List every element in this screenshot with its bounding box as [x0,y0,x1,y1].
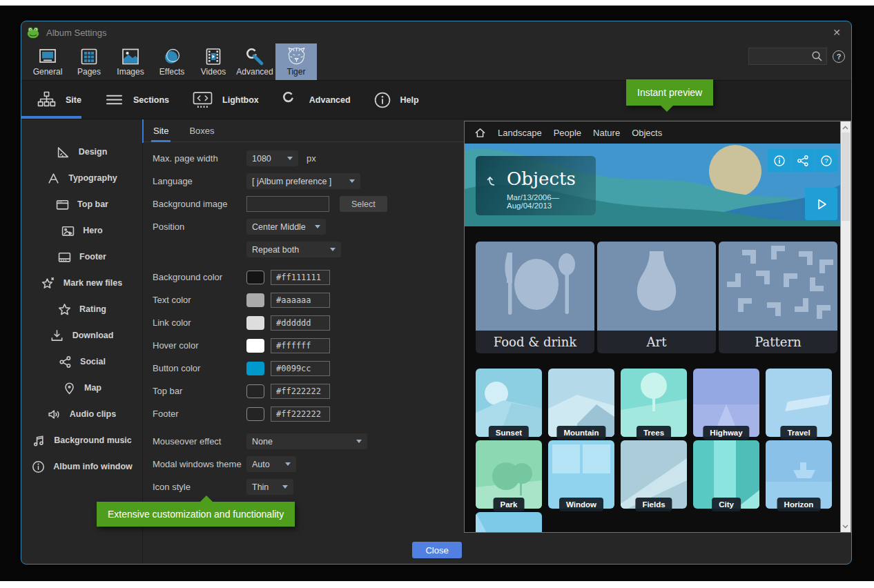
skin-nav-lightbox[interactable]: Lightbox [185,81,275,119]
unit-label: px [307,153,316,164]
thumbnail-travel[interactable]: Travel [766,369,832,437]
panel-tab-label: Boxes [189,126,214,136]
top-bar-value-input[interactable] [271,384,330,399]
panel-tab-boxes[interactable]: Boxes [189,119,214,141]
select-value: Auto [252,460,270,469]
home-icon[interactable] [474,128,486,138]
sidebar-item-mark-new-files[interactable]: Mark new files [21,270,142,296]
field-label: Modal windows theme [153,459,246,469]
scroll-down-icon[interactable] [841,521,850,531]
icon-style-select[interactable]: Thin [246,479,293,495]
footer-swatch[interactable] [246,407,264,421]
toolbar-tab-effects[interactable]: Effects [151,43,193,80]
scrollbar-thumb[interactable] [842,133,850,221]
thumbnail-moonlake[interactable] [476,512,542,532]
field-label: Background image [153,199,246,209]
slideshow-play-button[interactable] [805,188,837,220]
background-image-input[interactable] [246,196,329,212]
sidebar-item-audio-clips[interactable]: Audio clips [21,401,142,427]
toolbar-tab-tiger[interactable]: Tiger [275,43,317,80]
preview-nav-link[interactable]: Objects [632,128,662,138]
sidebar-item-design[interactable]: Design [21,139,142,165]
thumbnail-fields[interactable]: Fields [621,440,687,509]
search-input[interactable] [752,49,810,63]
close-window-button[interactable]: ✕ [833,27,841,38]
thumbnail-mountain[interactable]: Mountain [548,369,614,437]
thumbnail-highway[interactable]: Highway [693,369,759,437]
sidebar-item-album-info-window[interactable]: Album info window [21,453,142,480]
toolbar-tab-advanced[interactable]: Advanced [234,43,275,80]
thumbnail-horizon[interactable]: Horizon [766,440,832,509]
hover-color-swatch[interactable] [246,339,264,353]
preview-scrollbar[interactable] [840,121,851,532]
skin-nav-site[interactable]: Site [30,81,97,119]
preview-nav-link[interactable]: Nature [593,128,620,138]
top-bar-swatch[interactable] [246,384,264,398]
mouseover-effect-select[interactable]: None [246,433,367,449]
preview-hero: Objects Mar/13/2006—Aug/04/2013 ? [465,144,840,226]
text-color-value-input[interactable] [271,293,330,308]
sidebar-item-typography[interactable]: Typography [21,165,142,191]
modal-windows-theme-select[interactable]: Auto [246,456,296,472]
thumbnail-label: Horizon [777,498,821,511]
sidebar-item-top-bar[interactable]: Top bar [21,191,142,217]
toolbar-tab-images[interactable]: Images [110,43,151,80]
toolbar-tab-label: Images [117,67,144,77]
thumbnail-window[interactable]: Window [548,440,614,509]
hero-action-buttons: ? [768,149,837,172]
thumbnail-sunset[interactable]: Sunset [476,369,542,437]
search-icon[interactable] [811,50,823,62]
max-page-width-select[interactable]: 1080 [246,150,298,166]
background-color-value-input[interactable] [271,270,330,285]
scroll-up-icon[interactable] [841,122,850,133]
sidebar-item-footer[interactable]: Footer [21,244,142,270]
skin-nav-help[interactable]: Help [367,81,435,119]
link-color-value-input[interactable] [271,315,330,331]
position-select[interactable]: Center Middle [246,219,326,235]
advanced-icon [245,46,264,67]
sidebar-item-hero[interactable]: Hero [21,217,142,244]
share-icon[interactable] [791,149,814,172]
button-color-swatch[interactable] [246,362,264,375]
toolbar-tab-label: General [33,67,63,77]
folder-card-food-drink[interactable]: Food & drink [476,242,594,353]
close-dialog-button[interactable]: Close [412,542,462,558]
text-color-swatch[interactable] [246,293,264,307]
map-icon [62,381,76,395]
help-icon[interactable]: ? [833,50,845,63]
toolbar-tab-videos[interactable]: Videos [193,43,234,80]
folder-label: Art [597,331,716,353]
background-color-swatch[interactable] [246,271,264,284]
sections-icon [104,92,124,107]
preview-nav-link[interactable]: People [554,128,581,138]
skin-nav-advanced[interactable]: Advanced [275,81,367,119]
panel-tab-site[interactable]: Site [153,119,168,141]
button-color-value-input[interactable] [271,361,330,376]
sidebar-item-background-music[interactable]: Background music [21,427,142,453]
thumbnail-park[interactable]: Park [476,440,542,509]
chevron-down-icon [356,440,362,443]
toolbar-tab-general[interactable]: General [27,43,68,80]
info-icon[interactable] [768,149,790,172]
folder-card-art[interactable]: Art [597,242,716,353]
sidebar-item-rating[interactable]: Rating [21,296,142,322]
thumbnail-city[interactable]: City [693,440,759,509]
repeat-mode-select[interactable]: Repeat both [246,242,341,257]
hero-icon [61,224,75,237]
folder-card-pattern[interactable]: Pattern [719,242,837,353]
sidebar-item-social[interactable]: Social [21,349,142,375]
up-level-arrow-icon[interactable] [485,174,498,188]
sidebar-item-map[interactable]: Map [21,375,142,401]
select-file-button[interactable]: Select [340,196,387,212]
thumbnail-trees[interactable]: Trees [621,369,687,437]
question-icon[interactable]: ? [815,149,837,172]
footer-value-input[interactable] [271,406,330,422]
language-select[interactable]: [ jAlbum preference ] [246,173,360,189]
toolbar-tab-pages[interactable]: Pages [68,43,110,80]
link-color-swatch[interactable] [246,316,264,330]
settings-content: Design Typography Top bar Hero Footer Ma… [21,119,464,564]
sidebar-item-download[interactable]: Download [21,322,142,349]
preview-nav-link[interactable]: Landscape [498,128,542,138]
hover-color-value-input[interactable] [271,338,330,353]
skin-nav-sections[interactable]: Sections [97,81,185,119]
